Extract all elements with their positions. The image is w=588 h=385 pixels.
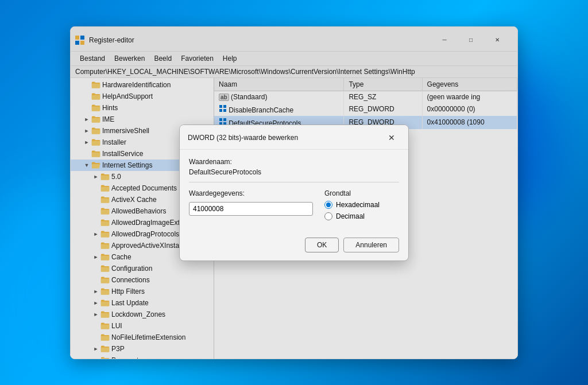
dialog-close-button[interactable]: ✕ (383, 131, 400, 145)
radio-decimaal[interactable]: Decimaal (324, 212, 399, 220)
dialog-title-bar: DWORD (32 bits)-waarde bewerken ✕ (180, 125, 408, 150)
dword-edit-dialog: DWORD (32 bits)-waarde bewerken ✕ Waarde… (179, 125, 409, 261)
dialog-input-section: Waardegegevens: (189, 189, 313, 216)
dialog-value-input[interactable] (189, 202, 313, 216)
radio-hex-input[interactable] (324, 201, 332, 209)
radio-hex-label: Hexadecimaal (336, 201, 380, 209)
dialog-cancel-button[interactable]: Annuleren (343, 238, 399, 252)
dialog-radio-section: Grondtal Hexadecimaal Decimaal (324, 189, 399, 224)
dialog-buttons: OK Annuleren (180, 232, 408, 260)
radio-hexadecimaal[interactable]: Hexadecimaal (324, 201, 399, 209)
dialog-name-label: Waardenaam: (189, 158, 399, 166)
dialog-row: Waardegegevens: Grondtal Hexadecimaal De… (189, 189, 399, 224)
dialog-overlay: DWORD (32 bits)-waarde bewerken ✕ Waarde… (71, 27, 517, 359)
radio-group-label: Grondtal (324, 189, 399, 197)
dialog-data-label: Waardegegevens: (189, 189, 313, 197)
dialog-title: DWORD (32 bits)-waarde bewerken (188, 134, 383, 142)
radio-dec-label: Decimaal (336, 212, 365, 220)
dialog-body: Waardenaam: DefaultSecureProtocols Waard… (180, 150, 408, 232)
dialog-ok-button[interactable]: OK (305, 238, 339, 252)
dialog-value-name: DefaultSecureProtocols (189, 168, 399, 182)
registry-editor-window: Register-editor ─ □ ✕ Bestand Bewerken B… (70, 26, 518, 359)
radio-dec-input[interactable] (324, 212, 332, 220)
